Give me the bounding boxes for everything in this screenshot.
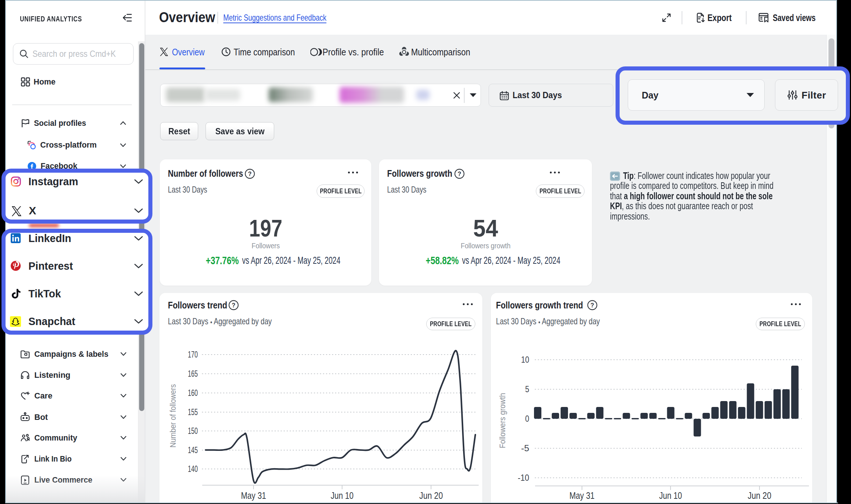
svg-text:0: 0	[525, 414, 529, 424]
svg-text:170: 170	[188, 350, 198, 359]
svg-text:5: 5	[525, 384, 529, 394]
svg-text:?: ?	[458, 171, 461, 177]
svg-text:140: 140	[188, 464, 198, 474]
svg-text:-10: -10	[518, 473, 529, 483]
svg-text:Jun 10: Jun 10	[659, 490, 682, 501]
svg-text:145: 145	[188, 445, 198, 455]
svg-text:?: ?	[590, 302, 594, 308]
svg-text:-5: -5	[521, 443, 529, 453]
svg-text:May 31: May 31	[569, 490, 595, 501]
svg-text:160: 160	[188, 388, 198, 398]
svg-text:10: 10	[521, 355, 529, 365]
svg-text:Jun 20: Jun 20	[748, 490, 771, 501]
svg-text:?: ?	[232, 302, 235, 308]
svg-text:Jun 20: Jun 20	[419, 490, 443, 501]
svg-text:Jun 10: Jun 10	[331, 490, 354, 501]
svg-text:150: 150	[188, 426, 198, 436]
svg-text:May 31: May 31	[241, 490, 266, 501]
svg-text:165: 165	[188, 369, 198, 379]
svg-text:Followers growth: Followers growth	[498, 393, 507, 448]
svg-text:Number of followers: Number of followers	[168, 384, 178, 448]
svg-text:155: 155	[188, 407, 198, 417]
svg-text:?: ?	[248, 171, 252, 177]
